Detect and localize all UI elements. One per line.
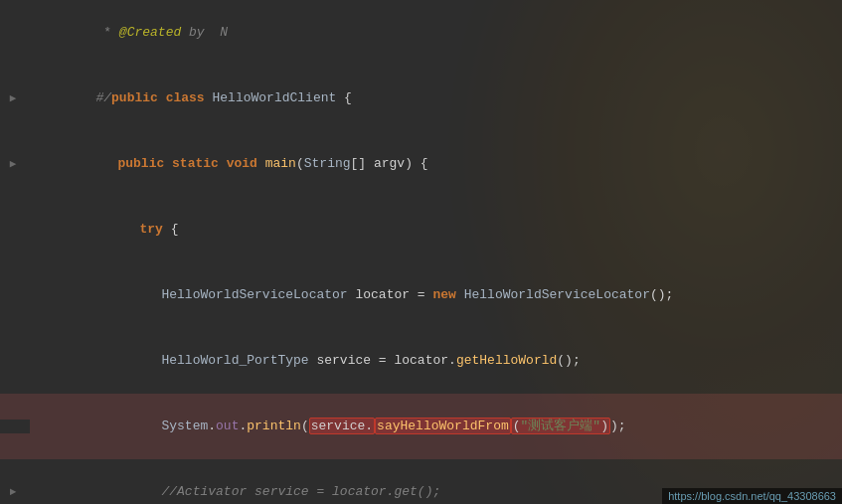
code-line-6: HelloWorld_PortType service = locator.ge…	[30, 328, 842, 394]
public-kw: public	[111, 90, 158, 105]
line-2: ▶ #/public class HelloWorldClient {	[0, 66, 842, 131]
collapse-icon-8[interactable]: ►	[6, 485, 20, 499]
code-line-3: public static void main(String[] argv) {	[30, 131, 842, 197]
code-line-2: #/public class HelloWorldClient {	[30, 66, 842, 131]
blog-url: https://blog.csdn.net/qq_43308663	[668, 490, 836, 502]
gutter-icon-6	[6, 354, 20, 368]
gutter-1	[0, 26, 30, 40]
gutter-icon-4	[6, 223, 20, 237]
class-kw: class	[166, 90, 205, 105]
collapse-icon-2[interactable]: ▶	[6, 91, 20, 105]
line-1: * @Created by N	[0, 0, 842, 66]
gutter-7	[0, 420, 30, 433]
line-5: HelloWorldServiceLocator locator = new H…	[0, 262, 842, 328]
highlighted-method-call: service.	[309, 418, 375, 434]
star-prefix: *	[95, 25, 118, 40]
gutter-8: ►	[0, 485, 30, 499]
gutter-6	[0, 354, 30, 368]
collapse-icon-3[interactable]: ▶	[6, 157, 20, 171]
bottom-bar: https://blog.csdn.net/qq_43308663	[662, 488, 842, 504]
editor-container: * @Created by N ▶ #/public class HelloWo…	[0, 0, 842, 504]
code-line-5: HelloWorldServiceLocator locator = new H…	[30, 262, 842, 328]
gutter-icon-7	[6, 420, 20, 433]
gutter-icon-5	[6, 288, 20, 302]
code-line-1: * @Created by N	[30, 0, 842, 66]
code-line-7: System.out.println(service.sayHelloWorld…	[30, 394, 842, 459]
gutter-4	[0, 223, 30, 237]
line-6: HelloWorld_PortType service = locator.ge…	[0, 328, 842, 394]
code-area: * @Created by N ▶ #/public class HelloWo…	[0, 0, 842, 504]
gutter-5	[0, 288, 30, 302]
code-line-4: try {	[30, 197, 842, 262]
class-name: HelloWorldClient	[212, 90, 336, 105]
created-by: by N	[181, 25, 258, 40]
line-3: ▶ public static void main(String[] argv)…	[0, 131, 842, 197]
gutter-2: ▶	[0, 91, 30, 105]
at-created: @Created	[119, 25, 181, 40]
gutter-3: ▶	[0, 157, 30, 171]
line-4: try {	[0, 197, 842, 262]
gutter-icon-1	[6, 26, 20, 40]
line-7: System.out.println(service.sayHelloWorld…	[0, 394, 842, 459]
comment-hash: #/	[95, 90, 111, 105]
